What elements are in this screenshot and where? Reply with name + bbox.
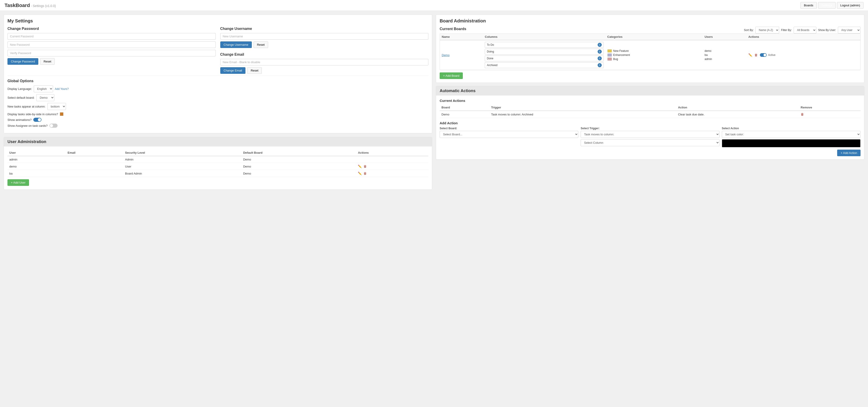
column-badges: To Do 0 Doing 0 Done 0 (485, 42, 603, 68)
auto-actions-body: Current Actions Board Trigger Action Rem… (436, 96, 864, 159)
default-board-select[interactable]: Demo (36, 94, 54, 101)
user-security: Board Admin (123, 170, 241, 177)
settings-button[interactable]: Settings (818, 2, 836, 9)
category-name: Enhancement (613, 54, 630, 57)
user-actions: ✏️ 🗑 (356, 170, 428, 177)
col-board-users: Users (703, 34, 746, 40)
select-board-group: Select Board: Select Board... (440, 127, 578, 138)
select-trigger-group: Select Trigger: Task moves to column: Se… (581, 127, 719, 146)
select-board-label: Select Board: (440, 127, 578, 130)
new-email-input[interactable] (220, 59, 429, 65)
current-actions-title: Current Actions (440, 99, 861, 103)
column-count: 0 (598, 56, 602, 61)
user-name: admin (7, 156, 66, 163)
action-trigger: Task moves to column: Archived (489, 111, 676, 118)
current-password-input[interactable] (7, 33, 216, 40)
edit-user-icon[interactable]: ✏️ (358, 165, 362, 168)
col-board-name: Name (440, 34, 483, 40)
show-assignee-label: Show Assignee on task cards? (7, 124, 48, 128)
animations-toggle[interactable] (33, 118, 41, 122)
category-item: Enhancement (608, 54, 701, 57)
header: TaskBoard - Settings (v1.0.0) Boards Set… (0, 0, 868, 11)
my-settings-title: My Settings (7, 18, 428, 24)
add-yours-link[interactable]: Add Yours? (55, 88, 69, 91)
change-password-section: Change Password Change Password Reset (7, 27, 216, 74)
user-actions: ✏️ 🗑 (356, 163, 428, 170)
color-preview[interactable] (722, 139, 861, 147)
remove-action-icon[interactable]: 🗑 (801, 112, 804, 116)
add-action-action-select[interactable]: Set task color: (722, 131, 861, 138)
board-categories-cell: New Feature Enhancement Bug (606, 40, 703, 70)
delete-user-icon[interactable]: 🗑 (364, 172, 367, 175)
board-active-toggle[interactable] (760, 53, 767, 57)
change-username-button[interactable]: Change Username (220, 41, 252, 48)
show-by-select[interactable]: Any User (838, 27, 861, 34)
sort-select[interactable]: Name (A-Z) (755, 27, 779, 34)
board-user: admin (705, 58, 745, 61)
column-name: To Do (487, 43, 494, 46)
col-board-actions: Actions (746, 34, 860, 40)
new-password-input[interactable] (7, 41, 216, 48)
logout-button[interactable]: Logout (admin) (837, 2, 864, 9)
board-name-link[interactable]: Demo (442, 54, 450, 57)
new-tasks-select[interactable]: bottom top (48, 103, 66, 110)
add-user-button[interactable]: + Add User (7, 179, 29, 186)
display-tasks-toggle[interactable] (60, 112, 63, 116)
edit-user-icon[interactable]: ✏️ (358, 172, 362, 175)
verify-password-input[interactable] (7, 50, 216, 56)
delete-user-icon[interactable]: 🗑 (364, 165, 367, 168)
filter-select[interactable]: All Boards (794, 27, 816, 34)
board-user: demo (705, 49, 745, 53)
column-name: Done (487, 57, 493, 60)
reset-email-button[interactable]: Reset (247, 67, 262, 74)
add-action-column-select[interactable]: Select Column (581, 139, 719, 146)
col-email: Email (66, 149, 123, 156)
change-email-button[interactable]: Change Email (220, 67, 246, 74)
subtitle-text: - Settings (v1.0.0) (31, 4, 56, 8)
action-board: Demo (440, 111, 489, 118)
edit-board-icon[interactable]: ✏️ (748, 53, 752, 57)
new-tasks-row: New tasks appear at column: bottom top (7, 103, 428, 110)
language-select[interactable]: English (34, 86, 53, 92)
default-board-label: Select default board: (7, 96, 34, 99)
delete-board-icon[interactable]: 🗑 (754, 53, 757, 57)
category-color (608, 54, 612, 57)
new-username-input[interactable] (220, 33, 429, 40)
assignee-toggle[interactable] (50, 124, 58, 128)
change-email-title: Change Email (220, 53, 429, 57)
change-password-button[interactable]: Change Password (7, 58, 38, 65)
change-username-title: Change Username (220, 27, 429, 31)
user-security: User (123, 163, 241, 170)
user-name: demo (7, 163, 66, 170)
sort-label: Sort By: (744, 29, 754, 32)
user-admin-panel: User Administration User Email Security … (4, 137, 432, 190)
user-board: Demo (241, 170, 356, 177)
title-text: TaskBoard (4, 2, 30, 8)
user-actions (356, 156, 428, 163)
boards-button[interactable]: Boards (801, 2, 816, 9)
category-item: Bug (608, 58, 701, 61)
column-badge-todo: To Do 0 (485, 42, 603, 48)
right-panel: Board Administration Current Boards Sort… (436, 14, 864, 403)
show-by-label: Show By User: (818, 29, 836, 32)
boards-header: Current Boards Sort By: Name (A-Z) Filte… (440, 27, 861, 34)
table-row: demo User Demo ✏️ 🗑 (7, 163, 428, 170)
col-board-columns: Columns (483, 34, 605, 40)
column-name: Archived (487, 64, 497, 67)
add-board-button[interactable]: + Add Board (440, 72, 463, 79)
add-action-board-select[interactable]: Select Board... (440, 131, 578, 138)
filter-label: Filter By: (781, 29, 792, 32)
action-action: Clear task due date. (676, 111, 799, 118)
reset-username-button[interactable]: Reset (254, 41, 268, 48)
column-badge-archived: Archived 0 (485, 62, 603, 68)
add-board-row: + Add Board (440, 72, 861, 79)
boards-table: Name Columns Categories Users Actions De… (440, 34, 860, 70)
col-action-board: Board (440, 104, 489, 111)
add-action-button[interactable]: + Add Action (837, 149, 861, 156)
user-security: Admin (123, 156, 241, 163)
board-name-cell: Demo (440, 40, 483, 70)
my-settings-panel: My Settings Change Password Change P (4, 14, 432, 133)
display-language-label: Display Language: (7, 87, 32, 91)
reset-password-button[interactable]: Reset (40, 58, 55, 65)
add-action-trigger-select[interactable]: Task moves to column: (581, 131, 719, 138)
